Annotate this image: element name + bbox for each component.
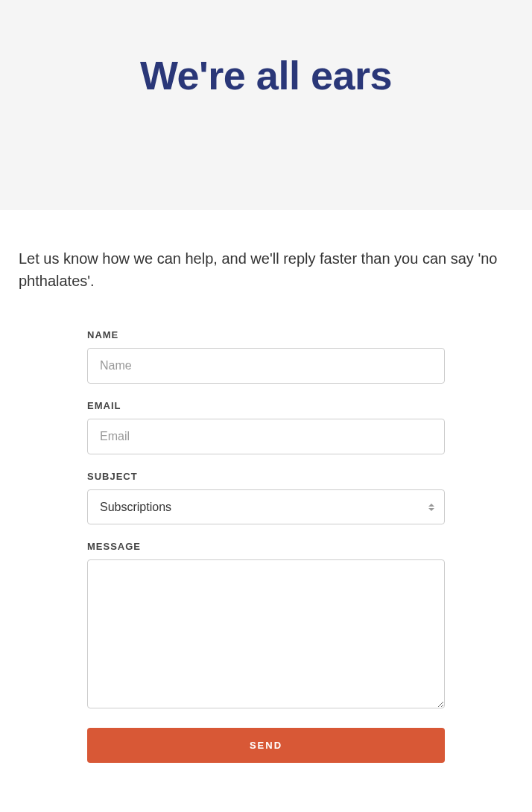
page-title: We're all ears xyxy=(15,52,517,98)
support-line: You can also reach us at support@nativec… xyxy=(87,808,445,812)
message-label: MESSAGE xyxy=(87,541,445,552)
message-group: MESSAGE xyxy=(87,541,445,711)
name-input[interactable] xyxy=(87,348,445,384)
message-textarea[interactable] xyxy=(87,559,445,708)
intro-text: Let us know how we can help, and we'll r… xyxy=(19,247,513,292)
footer-text: You can also reach us at support@nativec… xyxy=(87,808,445,812)
name-label: NAME xyxy=(87,329,445,340)
contact-form: NAME EMAIL SUBJECT Subscriptions MESSAGE xyxy=(87,329,445,812)
email-label: EMAIL xyxy=(87,400,445,411)
content-section: Let us know how we can help, and we'll r… xyxy=(0,247,532,812)
send-button[interactable]: SEND xyxy=(87,728,445,763)
subject-group: SUBJECT Subscriptions xyxy=(87,471,445,524)
name-group: NAME xyxy=(87,329,445,384)
hero-section: We're all ears xyxy=(0,0,532,210)
select-wrapper: Subscriptions xyxy=(87,489,445,524)
subject-select[interactable]: Subscriptions xyxy=(87,489,445,524)
email-input[interactable] xyxy=(87,419,445,454)
email-group: EMAIL xyxy=(87,400,445,454)
subject-label: SUBJECT xyxy=(87,471,445,482)
